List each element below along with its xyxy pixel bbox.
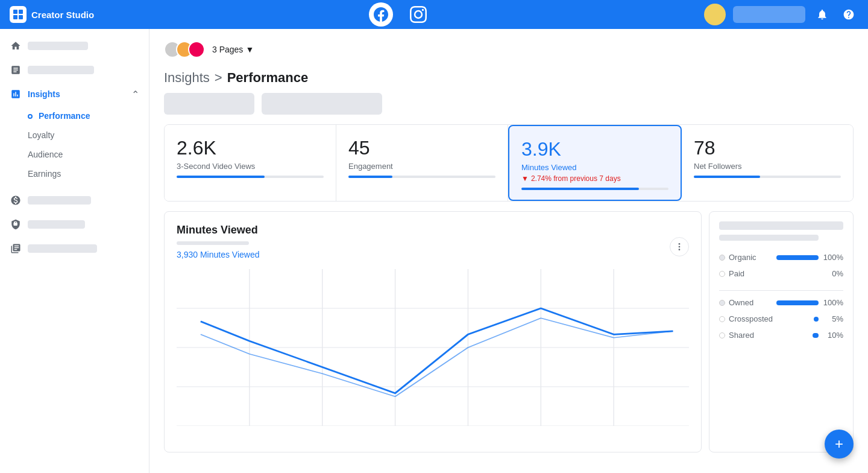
legend-owned-right: 100% — [776, 298, 843, 307]
chart-options-button[interactable] — [670, 237, 689, 256]
legend-owned: Owned 100% — [719, 298, 843, 307]
legend-crossposted: Crossposted 5% — [719, 314, 843, 323]
breadcrumb-performance: Performance — [227, 70, 309, 86]
insights-left: Insights — [10, 88, 60, 100]
avatar — [704, 4, 726, 25]
active-dot — [28, 114, 33, 119]
loyalty-label: Loyalty — [28, 130, 54, 140]
stat-bar-fill-minutes — [521, 188, 639, 190]
svg-point-4 — [679, 243, 681, 245]
pages-count: 3 Pages — [212, 45, 243, 54]
home-label-placeholder — [28, 42, 88, 50]
stat-bar-minutes — [521, 188, 668, 190]
pages-dropdown-button[interactable]: 3 Pages ▼ — [212, 45, 254, 54]
chart-line-1 — [201, 308, 673, 393]
library-placeholder — [28, 244, 97, 253]
svg-rect-3 — [19, 15, 23, 19]
stat-card-video-views[interactable]: 2.6K 3-Second Video Views — [165, 125, 336, 201]
sidebar-item-loyalty[interactable]: Loyalty — [0, 125, 149, 145]
page-icon-3 — [188, 41, 205, 58]
legend-paid-label: Paid — [729, 269, 744, 278]
stats-row: 2.6K 3-Second Video Views 45 Engagement — [164, 124, 854, 202]
sidebar-item-earnings[interactable]: Earnings — [0, 164, 149, 183]
legend-shared-right: 10% — [813, 331, 843, 340]
app-header: Creator Studio — [0, 0, 868, 29]
page-icons — [164, 41, 200, 58]
svg-rect-2 — [13, 15, 17, 19]
legend-owned-bar — [776, 300, 819, 305]
legend-owned-left: Owned — [719, 298, 753, 307]
audience-label: Audience — [28, 150, 63, 159]
chart-subtitle-bar — [177, 241, 249, 245]
chart-minutes-colored: Minutes Viewed — [200, 250, 260, 259]
stat-change-text: 2.74% from previous 7 days — [531, 174, 621, 183]
insights-label: Insights — [28, 89, 60, 99]
header-center — [94, 2, 704, 27]
home-icon — [10, 40, 22, 52]
filter-tab-2[interactable] — [262, 93, 382, 115]
legend-organic-label: Organic — [729, 253, 756, 262]
sidebar-item-audience[interactable]: Audience — [0, 145, 149, 164]
sidebar-item-library[interactable] — [0, 237, 149, 261]
stat-card-minutes-viewed[interactable]: 3.9K Minutes Viewed ▼ 2.74% from previou… — [508, 125, 682, 201]
legend-shared-label: Shared — [729, 331, 754, 340]
stat-card-engagement[interactable]: 45 Engagement — [336, 125, 508, 201]
stat-label-followers: Net Followers — [694, 162, 841, 171]
sidebar-item-monetization[interactable] — [0, 188, 149, 212]
sidebar-item-rights[interactable] — [0, 212, 149, 237]
side-placeholder-2 — [719, 235, 819, 241]
stat-bar-fill-video-views — [177, 176, 265, 178]
legend-paid-dot — [719, 271, 725, 277]
help-icon — [843, 8, 855, 21]
legend-organic-left: Organic — [719, 253, 756, 262]
legend-paid-left: Paid — [719, 269, 744, 278]
legend-section-organic: Organic 100% Paid — [719, 253, 843, 278]
legend-divider — [719, 290, 843, 291]
chart-header: Minutes Viewed 3,930 Minutes Viewed — [177, 224, 689, 269]
main-content: 3 Pages ▼ Insights > Performance 2.6K — [149, 29, 868, 473]
header-right — [704, 4, 858, 25]
help-button[interactable] — [839, 5, 858, 24]
legend-shared: Shared 10% — [719, 331, 843, 340]
down-arrow-icon: ▼ — [521, 174, 529, 183]
legend-paid-pct: 0% — [822, 269, 843, 278]
side-placeholder-1 — [719, 221, 843, 230]
stat-label-video-views: 3-Second Video Views — [177, 162, 324, 171]
main-inner: 3 Pages ▼ Insights > Performance 2.6K — [149, 29, 868, 465]
content-label-placeholder — [28, 66, 94, 74]
notifications-bell[interactable] — [813, 5, 832, 24]
stat-value-minutes: 3.9K — [521, 138, 668, 160]
legend-shared-pct: 10% — [822, 331, 843, 340]
insights-icon — [10, 88, 22, 100]
facebook-icon[interactable] — [369, 2, 393, 27]
stat-change-minutes: ▼ 2.74% from previous 7 days — [521, 174, 668, 183]
sidebar-item-insights[interactable]: Insights ⌃ — [0, 82, 149, 106]
create-fab-button[interactable]: + — [825, 430, 854, 459]
stat-card-net-followers[interactable]: 78 Net Followers — [682, 125, 853, 201]
user-name-placeholder — [733, 6, 805, 23]
instagram-icon[interactable] — [407, 4, 429, 25]
sidebar: Insights ⌃ Performance Loyalty Audience … — [0, 29, 149, 473]
svg-rect-0 — [13, 10, 17, 14]
stat-bar-engagement — [348, 176, 495, 178]
sidebar-item-performance[interactable]: Performance — [0, 106, 149, 125]
legend-owned-label: Owned — [729, 298, 753, 307]
sidebar-item-content[interactable] — [0, 58, 149, 82]
side-panel: Organic 100% Paid — [709, 211, 854, 452]
legend-crossposted-label: Crossposted — [729, 314, 773, 323]
creator-studio-logo-svg — [12, 8, 24, 21]
filter-tab-1[interactable] — [164, 93, 254, 115]
legend-paid: Paid 0% — [719, 269, 843, 278]
stat-value-engagement: 45 — [348, 137, 495, 159]
stat-bar-followers — [694, 176, 841, 178]
chevron-down-icon: ▼ — [245, 45, 254, 54]
svg-point-5 — [679, 246, 681, 247]
app-layout: Insights ⌃ Performance Loyalty Audience … — [0, 29, 868, 473]
content-icon — [10, 64, 22, 76]
plus-icon: + — [835, 436, 843, 452]
sidebar-item-home[interactable] — [0, 34, 149, 58]
stat-bar-video-views — [177, 176, 324, 178]
stat-value-video-views: 2.6K — [177, 137, 324, 159]
stat-label-engagement: Engagement — [348, 162, 495, 171]
fb-svg — [374, 7, 388, 22]
